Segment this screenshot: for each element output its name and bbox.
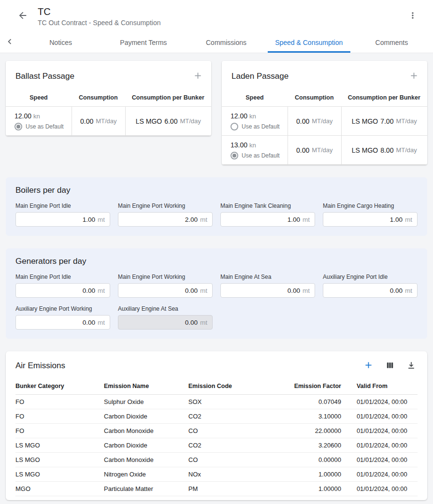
generators-title: Generators per day: [15, 257, 418, 266]
emissions-cell: 01/01/2024, 00:00: [341, 482, 418, 496]
emissions-cell: 0.00000: [277, 453, 341, 467]
emissions-column-emission-name: Emission Name: [104, 379, 188, 395]
add-emission-button[interactable]: [362, 359, 375, 373]
input-main-engine-port-idle[interactable]: 0.00mt: [15, 283, 110, 298]
field-main-engine-port-working: Main Engine Port Working0.00mt: [118, 274, 213, 298]
passages-row: Ballast PassageSpeedConsumptionConsumpti…: [6, 61, 427, 165]
tabs-scroll-left-button[interactable]: [0, 32, 19, 53]
field-value: 0.00: [83, 287, 95, 294]
emissions-row[interactable]: FOSulphur OxideSOX0.0704901/01/2024, 00:…: [15, 395, 418, 409]
use-as-default: Use as Default: [231, 123, 280, 130]
speed-value: 13.00kn: [231, 141, 256, 149]
passage-title: Laden Passage: [231, 72, 289, 81]
emissions-cell: 01/01/2024, 00:00: [341, 438, 418, 453]
emissions-cell: FO: [15, 424, 104, 438]
kebab-icon: [408, 11, 418, 22]
boilers-fields: Main Engine Port Idle1.00mtMain Engine P…: [15, 202, 418, 227]
field-label: Auxiliary Engine At Sea: [118, 305, 213, 312]
consumption-per-bunker-cell[interactable]: LS MGO7.00MT/day: [341, 107, 428, 135]
emissions-cell: Nitrogen Oxide: [104, 467, 188, 482]
input-main-engine-port-working[interactable]: 0.00mt: [118, 283, 213, 298]
tab-comments[interactable]: Comments: [350, 32, 433, 53]
field-main-engine-port-idle: Main Engine Port Idle0.00mt: [15, 274, 110, 298]
add-laden-passage-button[interactable]: [407, 69, 420, 84]
emissions-column-valid-from: Valid From: [341, 379, 418, 395]
header: TC TC Out Contract - Speed & Consumption: [0, 0, 433, 32]
bunker-name: LS MGO: [136, 117, 162, 125]
bunker-value: 8.00: [380, 146, 393, 154]
field-value: 2.00: [185, 216, 198, 223]
field-value: 1.00: [390, 216, 403, 223]
tab-commissions[interactable]: Commissions: [185, 32, 267, 53]
speed-cell[interactable]: 12.00knUse as Default: [6, 107, 72, 135]
consumption-cell[interactable]: 0.00MT/day: [288, 136, 341, 164]
emissions-row[interactable]: LS MGOCarbon DioxideCO23.2060001/01/2024…: [15, 438, 418, 453]
input-auxiliary-engine-port-working[interactable]: 0.00mt: [15, 315, 110, 330]
field-label: Auxiliary Engine Port Working: [15, 305, 110, 312]
emissions-cell: 22.00000: [277, 424, 341, 438]
field-value: 0.00: [83, 319, 95, 326]
field-main-engine-at-sea: Main Engine At Sea0.00mt: [220, 274, 315, 298]
consumption-per-bunker-cell[interactable]: LS MGO6.00MT/day: [125, 107, 212, 135]
column-settings-button[interactable]: [384, 359, 396, 373]
emissions-row[interactable]: FOCarbon DioxideCO23.1000001/01/2024, 00…: [15, 409, 418, 424]
input-main-engine-port-working[interactable]: 2.00mt: [118, 212, 213, 227]
field-main-engine-tank-cleaning: Main Engine Tank Cleaning1.00mt: [220, 202, 315, 227]
add-ballast-passage-button[interactable]: [191, 69, 204, 84]
column-header-speed: Speed: [6, 90, 72, 106]
arrow-back-icon: [17, 10, 28, 22]
input-main-engine-port-idle[interactable]: 1.00mt: [15, 212, 110, 227]
field-main-engine-cargo-heating: Main Engine Cargo Heating1.00mt: [323, 202, 418, 227]
use-as-default-radio[interactable]: [231, 152, 238, 159]
speed-value: 12.00kn: [14, 112, 40, 120]
emissions-cell: 1.00000: [277, 467, 341, 482]
input-auxiliary-engine-port-idle[interactable]: 0.00mt: [323, 283, 418, 298]
tab-payment-terms[interactable]: Payment Terms: [102, 32, 185, 53]
passage-table-header: SpeedConsumptionConsumption per Bunker: [6, 90, 211, 107]
column-header-consumption: Consumption: [288, 90, 341, 106]
more-options-button[interactable]: [406, 9, 419, 24]
use-as-default-radio[interactable]: [14, 123, 22, 130]
emissions-row[interactable]: MGOParticulate MatterPM1.0000001/01/2024…: [15, 482, 418, 496]
back-button[interactable]: [15, 8, 30, 24]
field-label: Main Engine Port Idle: [15, 274, 110, 280]
app-root: TC TC Out Contract - Speed & Consumption…: [0, 0, 433, 504]
bunker-value: 7.00: [380, 117, 393, 125]
emissions-cell: CO: [188, 453, 277, 467]
passage-table-header: SpeedConsumptionConsumption per Bunker: [222, 90, 427, 107]
consumption-cell[interactable]: 0.00MT/day: [72, 107, 125, 135]
emissions-column-emission-code: Emission Code: [188, 379, 277, 395]
emissions-cell: FO: [15, 409, 104, 424]
speed-cell[interactable]: 12.00knUse as Default: [222, 107, 288, 135]
tab-bar: NoticesPayment TermsCommissionsSpeed & C…: [0, 32, 433, 53]
emissions-cell: 3.20600: [277, 438, 341, 453]
field-value: 1.00: [83, 216, 95, 223]
download-button[interactable]: [405, 359, 418, 373]
use-as-default-label: Use as Default: [242, 152, 280, 159]
field-label: Main Engine Port Working: [118, 202, 213, 209]
input-main-engine-at-sea[interactable]: 0.00mt: [220, 283, 315, 298]
field-value: 0.00: [390, 287, 403, 294]
input-main-engine-cargo-heating[interactable]: 1.00mt: [323, 212, 418, 227]
consumption-cell[interactable]: 0.00MT/day: [288, 107, 341, 135]
bunker-name: LS MGO: [352, 146, 378, 154]
field-unit: mt: [200, 216, 207, 223]
consumption-per-bunker-cell[interactable]: LS MGO8.00MT/day: [341, 136, 428, 164]
tab-notices[interactable]: Notices: [19, 32, 102, 53]
emissions-cell: Sulphur Oxide: [104, 395, 188, 409]
field-auxiliary-engine-at-sea: Auxiliary Engine At Sea0.00mt: [118, 305, 213, 330]
input-main-engine-tank-cleaning[interactable]: 1.00mt: [220, 212, 315, 227]
emissions-column-bunker-category: Bunker Category: [15, 379, 104, 395]
passage-row: 13.00knUse as Default0.00MT/dayLS MGO8.0…: [222, 136, 427, 165]
tab-speed-consumption[interactable]: Speed & Consumption: [268, 32, 350, 53]
column-header-consumption-per-bunker: Consumption per Bunker: [125, 90, 212, 106]
passage-card-header: Ballast Passage: [6, 61, 211, 90]
speed-cell[interactable]: 13.00knUse as Default: [222, 136, 288, 164]
emissions-row[interactable]: LS MGONitrogen OxideNOx1.0000001/01/2024…: [15, 467, 418, 482]
tabs: NoticesPayment TermsCommissionsSpeed & C…: [19, 32, 433, 53]
emissions-cell: Particulate Matter: [104, 482, 188, 496]
field-unit: mt: [405, 287, 412, 294]
emissions-row[interactable]: LS MGOCarbon MonoxideCO0.0000001/01/2024…: [15, 453, 418, 467]
emissions-row[interactable]: FOCarbon MonoxideCO22.0000001/01/2024, 0…: [15, 424, 418, 438]
use-as-default-radio[interactable]: [231, 123, 238, 130]
